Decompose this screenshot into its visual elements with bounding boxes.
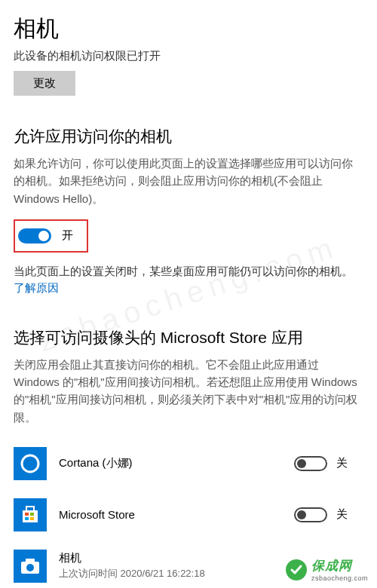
- allow-apps-toggle-row: 开: [18, 228, 73, 243]
- allow-apps-title: 允许应用访问你的相机: [14, 126, 363, 147]
- watermark-text-wrap: 保成网 zsbaocheng.com: [311, 557, 368, 582]
- svg-rect-7: [25, 517, 29, 520]
- allow-apps-toggle-label: 开: [62, 228, 73, 243]
- settings-page: 相机 此设备的相机访问权限已打开 更改 允许应用访问你的相机 如果允许访问，你可…: [0, 0, 377, 588]
- app-name: Microsoft Store: [59, 508, 282, 521]
- store-apps-section: 选择可访问摄像头的 Microsoft Store 应用 关闭应用会阻止其直接访…: [14, 327, 363, 588]
- svg-rect-6: [30, 513, 34, 516]
- learn-why-link[interactable]: 了解原因: [14, 281, 59, 294]
- app-toggle-label: 关: [336, 507, 348, 522]
- desktop-apps-note: 当此页面上的设置关闭时，某些桌面应用可能仍可以访问你的相机。 了解原因: [14, 263, 363, 297]
- watermark-check-icon: [286, 559, 307, 580]
- app-info: Cortana (小娜): [59, 456, 282, 470]
- app-last-access: 上次访问时间 2020/6/21 16:22:18: [59, 567, 282, 580]
- svg-rect-8: [30, 517, 34, 520]
- app-name: Cortana (小娜): [59, 456, 282, 470]
- note-text: 当此页面上的设置关闭时，某些桌面应用可能仍可以访问你的相机。: [14, 265, 353, 277]
- svg-rect-5: [25, 513, 29, 516]
- svg-rect-0: [14, 447, 47, 480]
- camera-access-status: 此设备的相机访问权限已打开: [14, 49, 363, 63]
- app-info: 相机 上次访问时间 2020/6/21 16:22:18: [59, 551, 282, 580]
- site-watermark: 保成网 zsbaocheng.com: [281, 556, 372, 583]
- camera-icon: [14, 550, 47, 583]
- app-toggle-wrap: 关: [294, 507, 363, 522]
- emphasis-box: 开: [14, 219, 88, 253]
- allow-apps-desc: 如果允许访问，你可以使用此页面上的设置选择哪些应用可以访问你的相机。如果拒绝访问…: [14, 155, 363, 207]
- app-toggle-cortana[interactable]: [294, 456, 327, 471]
- watermark-url: zsbaocheng.com: [311, 574, 368, 582]
- svg-point-12: [26, 564, 34, 571]
- app-toggle-wrap: 关: [294, 456, 363, 471]
- store-icon: [14, 498, 47, 531]
- page-title: 相机: [14, 14, 363, 44]
- app-toggle-label: 关: [336, 456, 348, 470]
- app-row-store: Microsoft Store 关: [14, 489, 363, 541]
- app-row-cortana: Cortana (小娜) 关: [14, 438, 363, 489]
- app-name: 相机: [59, 551, 282, 565]
- app-toggle-store[interactable]: [294, 507, 327, 522]
- svg-rect-11: [26, 559, 35, 562]
- allow-apps-toggle[interactable]: [18, 228, 51, 243]
- svg-rect-3: [23, 510, 38, 522]
- watermark-brand: 保成网: [311, 557, 368, 574]
- app-info: Microsoft Store: [59, 508, 282, 521]
- store-apps-title: 选择可访问摄像头的 Microsoft Store 应用: [14, 327, 363, 348]
- store-apps-desc: 关闭应用会阻止其直接访问你的相机。它不会阻止此应用通过 Windows 的"相机…: [14, 356, 363, 426]
- cortana-icon: [14, 447, 47, 480]
- change-button[interactable]: 更改: [14, 71, 75, 96]
